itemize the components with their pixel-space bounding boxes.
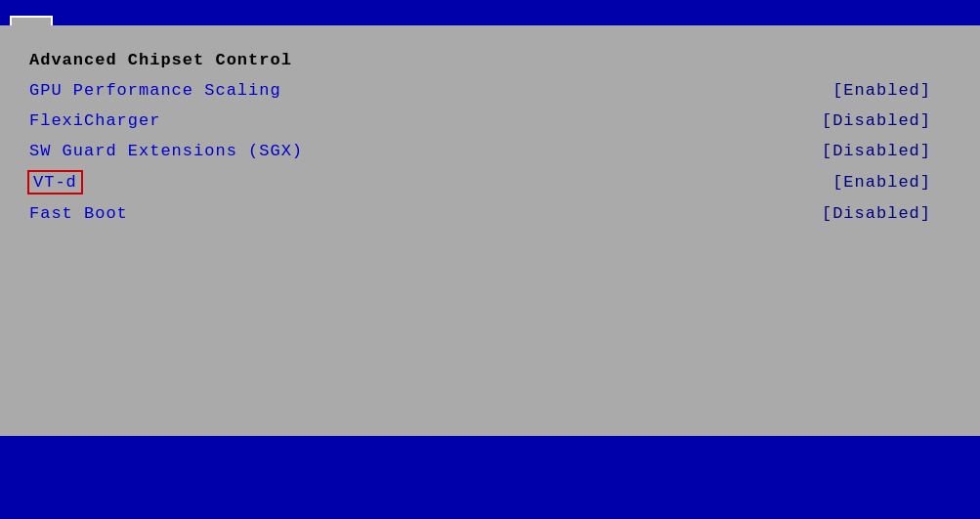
menu-label-vt-d: VT-d (29, 172, 81, 193)
menu-label-gpu-performance-scaling: GPU Performance Scaling (29, 81, 281, 100)
tab-row (0, 16, 980, 25)
menu-item-fast-boot[interactable]: Fast Boot[Disabled] (29, 198, 951, 229)
tab-advanced[interactable] (10, 16, 53, 25)
menu-label-advanced-chipset-control: Advanced Chipset Control (29, 51, 292, 69)
menu-label-flexicharger: FlexiCharger (29, 111, 160, 130)
menu-value-vt-d: [Enabled] (832, 173, 931, 192)
menu-value-gpu-performance-scaling: [Enabled] (832, 81, 931, 100)
menu-item-advanced-chipset-control[interactable]: Advanced Chipset Control (29, 45, 951, 75)
menu-container: Advanced Chipset ControlGPU Performance … (29, 45, 951, 229)
menu-item-flexicharger[interactable]: FlexiCharger[Disabled] (29, 106, 951, 136)
menu-item-vt-d[interactable]: VT-d[Enabled] (29, 166, 951, 198)
bios-screen: Advanced Chipset ControlGPU Performance … (0, 0, 980, 519)
menu-value-fast-boot: [Disabled] (822, 204, 931, 223)
main-content: Advanced Chipset ControlGPU Performance … (0, 25, 980, 436)
menu-label-sw-guard-extensions: SW Guard Extensions (SGX) (29, 142, 303, 160)
menu-item-gpu-performance-scaling[interactable]: GPU Performance Scaling[Enabled] (29, 75, 951, 106)
menu-value-flexicharger: [Disabled] (822, 111, 931, 130)
menu-label-fast-boot: Fast Boot (29, 204, 128, 223)
header-bar (0, 0, 980, 16)
menu-item-sw-guard-extensions[interactable]: SW Guard Extensions (SGX)[Disabled] (29, 136, 951, 166)
menu-value-sw-guard-extensions: [Disabled] (822, 142, 931, 160)
